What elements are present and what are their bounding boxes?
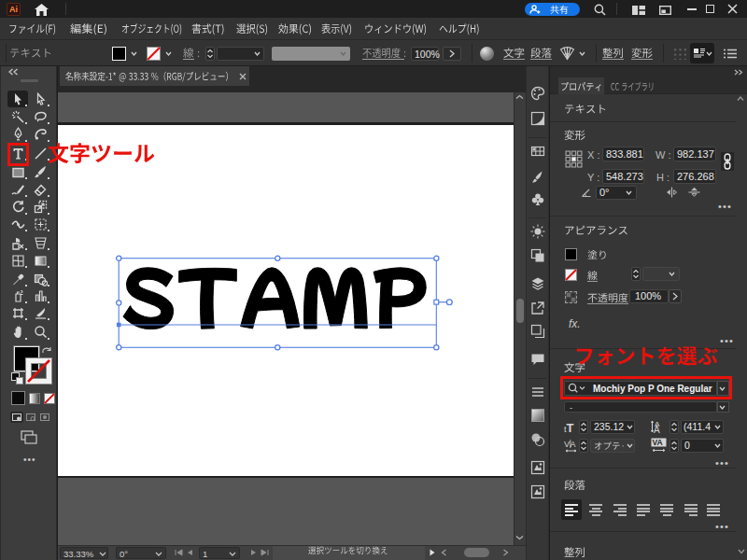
svg-text:VA: VA bbox=[653, 438, 663, 447]
svg-text:A: A bbox=[571, 440, 576, 449]
svg-text:V: V bbox=[564, 440, 570, 449]
svg-text:A: A bbox=[654, 425, 660, 434]
